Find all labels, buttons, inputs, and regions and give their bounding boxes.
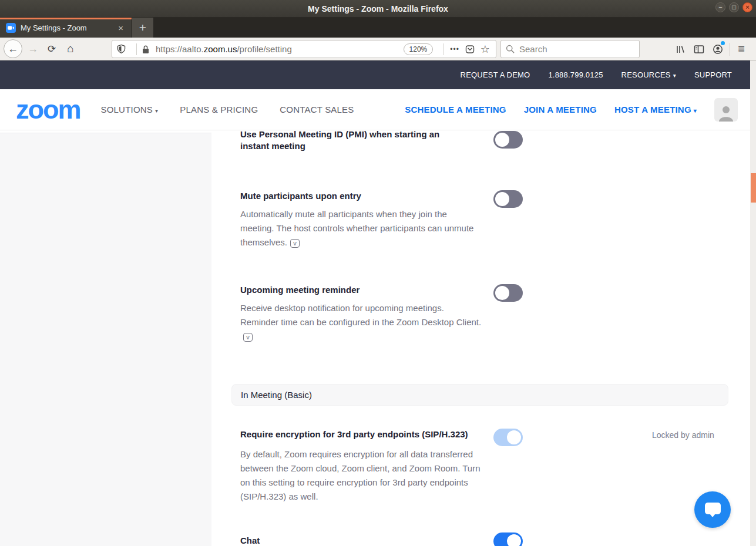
- active-tab-indicator: [0, 18, 132, 19]
- url-prefix: https://aalto.: [156, 44, 204, 54]
- url-bar[interactable]: https://aalto.zoom.us/profile/setting 12…: [112, 40, 496, 58]
- toggle-knob: [495, 133, 509, 147]
- video-tutorial-icon[interactable]: v: [290, 239, 300, 248]
- request-demo-link[interactable]: REQUEST A DEMO: [461, 70, 530, 79]
- home-button[interactable]: ⌂: [62, 42, 79, 55]
- forward-button[interactable]: →: [25, 43, 41, 55]
- settings-sidebar: [0, 133, 211, 546]
- mute-toggle[interactable]: [493, 190, 523, 208]
- resources-menu[interactable]: RESOURCES▾: [621, 70, 676, 79]
- url-separator-2: [443, 43, 444, 55]
- new-tab-button[interactable]: +: [132, 18, 153, 38]
- search-input[interactable]: [519, 44, 619, 54]
- contact-sales-link[interactable]: CONTACT SALES: [280, 105, 354, 114]
- toggle-knob: [495, 286, 509, 300]
- close-button[interactable]: ×: [742, 2, 752, 12]
- setting-description: Automatically mute all participants when…: [240, 207, 482, 250]
- toggle-knob: [495, 192, 509, 206]
- zoom-main-nav: zoom SOLUTIONS▾ PLANS & PRICING CONTACT …: [0, 89, 750, 130]
- locked-by-admin-label: Locked by admin: [652, 430, 714, 440]
- encryption-toggle-locked[interactable]: [493, 429, 523, 446]
- tracking-shield-icon[interactable]: [117, 44, 126, 54]
- tab-my-settings[interactable]: My Settings - Zoom ×: [0, 18, 132, 38]
- pocket-icon[interactable]: [465, 45, 475, 54]
- setting-description: Receive desktop notification for upcomin…: [240, 301, 482, 343]
- toolbar-right-icons: ≡: [671, 38, 750, 60]
- search-icon: [506, 45, 515, 53]
- window-controls: − □ ×: [715, 2, 752, 12]
- sidebar-toggle-icon[interactable]: [690, 45, 708, 54]
- schedule-meeting-link[interactable]: SCHEDULE A MEETING: [405, 105, 506, 114]
- tab-strip: My Settings - Zoom × +: [0, 18, 756, 38]
- lock-icon[interactable]: [142, 45, 150, 54]
- page-zoom-badge[interactable]: 120%: [404, 43, 434, 55]
- scrollbar-thumb[interactable]: [751, 173, 756, 203]
- join-meeting-link[interactable]: JOIN A MEETING: [524, 105, 597, 114]
- person-icon: [718, 104, 734, 122]
- pmi-toggle[interactable]: [493, 131, 523, 149]
- host-meeting-menu[interactable]: HOST A MEETING▾: [614, 105, 697, 114]
- zoom-favicon-icon: [6, 23, 16, 33]
- setting-row-pmi: Use Personal Meeting ID (PMI) when start…: [240, 131, 496, 152]
- setting-row-mute: Mute participants upon entry Automatical…: [240, 190, 496, 250]
- solutions-menu[interactable]: SOLUTIONS▾: [101, 105, 159, 114]
- url-text[interactable]: https://aalto.zoom.us/profile/setting: [156, 44, 404, 54]
- scrollbar-track[interactable]: [750, 60, 756, 546]
- navigation-toolbar: ← → ⟳ ⌂ https://aalto.zoom.us/profile/se…: [0, 38, 756, 60]
- setting-description: By default, Zoom requires encryption for…: [240, 447, 482, 504]
- maximize-button[interactable]: □: [729, 2, 739, 12]
- url-separator: [136, 43, 137, 55]
- account-icon[interactable]: [708, 44, 727, 55]
- section-header-in-meeting-basic: In Meeting (Basic): [231, 384, 728, 406]
- chat-toggle[interactable]: [493, 532, 523, 546]
- library-icon[interactable]: [671, 44, 690, 55]
- minimize-button[interactable]: −: [715, 2, 725, 12]
- chat-bubble-icon: [705, 503, 721, 514]
- section-title: In Meeting (Basic): [241, 390, 312, 400]
- setting-title: Upcoming meeting reminder: [240, 284, 493, 296]
- tab-title: My Settings - Zoom: [21, 23, 116, 32]
- chevron-down-icon: ▾: [694, 107, 697, 114]
- plans-pricing-link[interactable]: PLANS & PRICING: [180, 105, 258, 114]
- setting-title: Use Personal Meeting ID (PMI) when start…: [240, 131, 459, 152]
- toggle-knob: [507, 534, 521, 546]
- setting-title: Mute participants upon entry: [240, 190, 493, 202]
- back-button[interactable]: ←: [4, 39, 22, 58]
- setting-title: Require encryption for 3rd party endpoin…: [240, 429, 493, 440]
- nav-left-links: SOLUTIONS▾ PLANS & PRICING CONTACT SALES: [101, 105, 354, 114]
- setting-row-reminder: Upcoming meeting reminder Receive deskto…: [240, 284, 496, 343]
- url-domain: zoom.us: [204, 44, 237, 54]
- profile-avatar[interactable]: [714, 98, 738, 122]
- video-tutorial-icon[interactable]: v: [243, 333, 253, 342]
- firefox-window: My Settings - Zoom - Mozilla Firefox − □…: [0, 0, 756, 546]
- reload-button[interactable]: ⟳: [43, 43, 60, 55]
- chevron-down-icon: ▾: [673, 72, 676, 79]
- setting-row-chat: Chat: [240, 535, 496, 546]
- bookmark-star-icon[interactable]: ☆: [481, 43, 490, 56]
- zoom-utility-bar: REQUEST A DEMO 1.888.799.0125 RESOURCES▾…: [0, 60, 750, 89]
- reminder-toggle[interactable]: [493, 284, 523, 302]
- help-chat-fab[interactable]: [694, 491, 731, 528]
- phone-link[interactable]: 1.888.799.0125: [548, 70, 603, 79]
- toggle-knob: [507, 430, 521, 444]
- window-titlebar[interactable]: My Settings - Zoom - Mozilla Firefox − □…: [0, 0, 756, 18]
- nav-right-links: SCHEDULE A MEETING JOIN A MEETING HOST A…: [405, 98, 738, 122]
- window-title: My Settings - Zoom - Mozilla Firefox: [308, 4, 448, 14]
- menu-icon[interactable]: ≡: [733, 42, 750, 56]
- tab-close-icon[interactable]: ×: [116, 23, 126, 33]
- support-link[interactable]: SUPPORT: [694, 70, 732, 79]
- zoom-logo[interactable]: zoom: [16, 96, 80, 123]
- page-actions-icon[interactable]: •••: [450, 45, 459, 53]
- url-path: /profile/setting: [237, 44, 291, 54]
- settings-content: Use Personal Meeting ID (PMI) when start…: [0, 131, 750, 546]
- account-notification-dot: [721, 41, 725, 45]
- setting-row-encryption: Require encryption for 3rd party endpoin…: [240, 429, 496, 504]
- chevron-down-icon: ▾: [155, 107, 158, 114]
- setting-title: Chat: [240, 535, 493, 546]
- toolbar-separator: [730, 43, 730, 56]
- search-bar[interactable]: [500, 40, 640, 58]
